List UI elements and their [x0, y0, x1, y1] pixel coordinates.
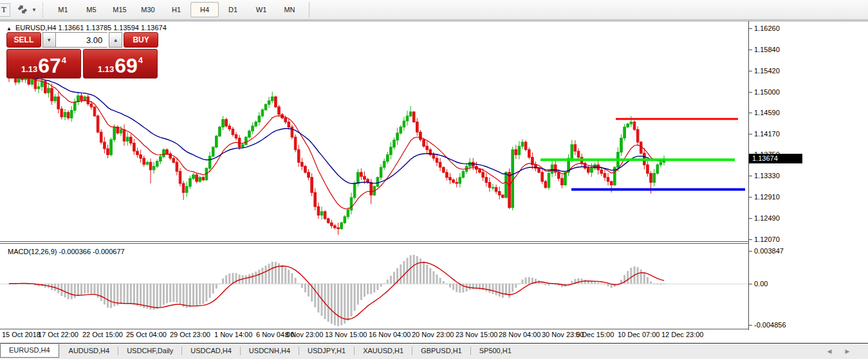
- tf-button-D1[interactable]: D1: [219, 2, 247, 17]
- time-label: 28 Nov 04:00: [499, 331, 540, 339]
- price-tick-dash: [748, 176, 752, 176]
- mt4-terminal: { "toolbar": { "text_tool_label": "T", "…: [0, 0, 868, 359]
- macd-tick-dash: [748, 284, 752, 284]
- chart-sync-icon[interactable]: ▼: [15, 3, 37, 17]
- tf-button-M15[interactable]: M15: [106, 2, 134, 17]
- price-tick-dash: [748, 218, 752, 219]
- sell-button[interactable]: SELL: [6, 32, 41, 48]
- chart-header: ▲EURUSD,H4 1.13661 1.13785 1.13594 1.136…: [6, 24, 167, 32]
- price-tick-label: 1.13330: [754, 171, 780, 180]
- time-label: 1 Nov 14:00: [214, 331, 252, 339]
- time-label: 22 Oct 15:00: [82, 331, 123, 339]
- tf-button-H4[interactable]: H4: [190, 2, 219, 17]
- time-label: 20 Nov 23:00: [412, 331, 454, 339]
- chart-title: EURUSD,H4 1.13661 1.13785 1.13594 1.1367…: [15, 24, 167, 32]
- time-label: 12 Dec 23:00: [661, 331, 703, 339]
- sell-price-big: 67: [38, 55, 61, 77]
- toolbar-grip-handle[interactable]: [41, 3, 44, 17]
- sell-quote[interactable]: 1.13 67 4: [6, 49, 81, 78]
- one-click-trading-panel: SELL ▼ 3.00 ▲ BUY 1.13 67 4 1.13 69 4: [6, 32, 158, 78]
- price-tick-dash: [748, 239, 752, 240]
- pivot-line: [540, 158, 735, 161]
- tf-button-MN[interactable]: MN: [275, 2, 304, 17]
- tab-usdcnh-h4[interactable]: USDCNH,H4: [241, 344, 299, 358]
- price-tick-dash: [748, 113, 752, 113]
- dropdown-caret-icon[interactable]: ▼: [32, 7, 37, 13]
- tab-scroll-right-icon[interactable]: ▶: [843, 347, 852, 356]
- price-tick-label: 1.14170: [754, 129, 780, 138]
- current-price-tag: 1.13674: [749, 154, 802, 163]
- double-arrow-icon: [15, 4, 30, 15]
- tab-xauusd-h1[interactable]: XAUUSD,H1: [355, 344, 412, 358]
- chart-tabs: EURUSD,H4AUDUSD,H4USDCHF,DailyUSDCAD,H4U…: [0, 344, 520, 358]
- volume-input[interactable]: 3.00: [56, 32, 107, 48]
- time-label: 16 Nov 04:00: [369, 331, 411, 339]
- time-label: 13 Nov 15:00: [325, 331, 367, 339]
- macd-tick-label: 0.003847: [754, 246, 784, 255]
- macd-indicator-label: MACD(12,26,9) -0.000366 -0.000677: [8, 248, 125, 255]
- volume-decrease-button[interactable]: ▼: [42, 32, 56, 48]
- time-label: 17 Oct 22:00: [38, 331, 78, 339]
- tab-usdcad-h4[interactable]: USDCAD,H4: [182, 344, 240, 358]
- macd-tick-label: -0.004856: [754, 320, 786, 329]
- buy-price-prefix: 1.13: [98, 64, 114, 74]
- tf-button-M30[interactable]: M30: [134, 2, 162, 17]
- tab-gbpusd-h1[interactable]: GBPUSD,H1: [412, 344, 470, 358]
- tf-button-M1[interactable]: M1: [49, 2, 77, 17]
- price-tick-dash: [748, 50, 752, 50]
- price-tick-label: 1.16260: [754, 24, 780, 33]
- price-tick-label: 1.12910: [754, 192, 780, 201]
- tab-usdjpy-h1[interactable]: USDJPY,H1: [299, 344, 354, 358]
- macd-tick-label: 0.00: [754, 279, 768, 288]
- buy-button[interactable]: BUY: [124, 32, 158, 48]
- sell-price-prefix: 1.13: [21, 64, 37, 74]
- price-tick-label: 1.15000: [754, 87, 780, 97]
- time-label: 15 Oct 2018: [2, 331, 41, 339]
- time-label: 25 Oct 04:00: [126, 331, 167, 339]
- time-label: 29 Oct 23:00: [170, 331, 210, 339]
- tab-audusd-h4[interactable]: AUDUSD,H4: [60, 344, 118, 358]
- tab-usdchf-daily[interactable]: USDCHF,Daily: [118, 344, 181, 358]
- macd-tick-dash: [748, 251, 752, 252]
- time-label: 10 Dec 07:00: [618, 331, 660, 339]
- tf-button-M5[interactable]: M5: [77, 2, 106, 17]
- price-tick-label: 1.15420: [754, 66, 780, 75]
- buy-price-pip: 4: [138, 55, 143, 65]
- price-tick-label: 1.12070: [754, 235, 780, 244]
- price-tick-dash: [748, 28, 752, 29]
- volume-increase-button[interactable]: ▲: [109, 32, 122, 48]
- support-line: [571, 189, 745, 191]
- price-tick-label: 1.12490: [754, 214, 780, 223]
- resistance-line: [616, 118, 738, 120]
- tab-eurusd-h4[interactable]: EURUSD,H4: [0, 344, 59, 358]
- price-tick-dash: [748, 71, 752, 71]
- buy-price-big: 69: [115, 55, 138, 77]
- timeframe-bar: M1M5M15M30H1H4D1W1MN: [49, 2, 309, 17]
- macd-tick-dash: [748, 325, 752, 326]
- tab-scroll-left-icon[interactable]: ◀: [825, 347, 834, 356]
- tf-button-W1[interactable]: W1: [247, 2, 275, 17]
- sell-price-pip: 4: [62, 55, 66, 65]
- text-tool-icon[interactable]: T: [0, 3, 10, 17]
- time-label: 5 Dec 15:00: [576, 331, 614, 339]
- toolbar-separator: [309, 2, 309, 17]
- time-label: 8 Nov 23:00: [285, 331, 323, 339]
- time-label: 23 Nov 15:00: [456, 331, 497, 339]
- collapse-triangle-icon[interactable]: ▲: [6, 26, 12, 32]
- price-tick-dash: [748, 197, 752, 198]
- price-tick-dash: [748, 134, 752, 134]
- buy-quote[interactable]: 1.13 69 4: [83, 49, 158, 78]
- price-tick-dash: [748, 92, 752, 93]
- bottom-tabbar: EURUSD,H4AUDUSD,H4USDCHF,DailyUSDCAD,H4U…: [0, 343, 868, 359]
- tf-button-H1[interactable]: H1: [162, 2, 190, 17]
- price-tick-label: 1.15840: [754, 45, 780, 54]
- tab-sp500-h1[interactable]: SP500,H1: [471, 344, 520, 358]
- top-toolbar: T ▼ M1M5M15M30H1H4D1W1MN: [0, 0, 868, 20]
- price-tick-label: 1.14590: [754, 108, 780, 117]
